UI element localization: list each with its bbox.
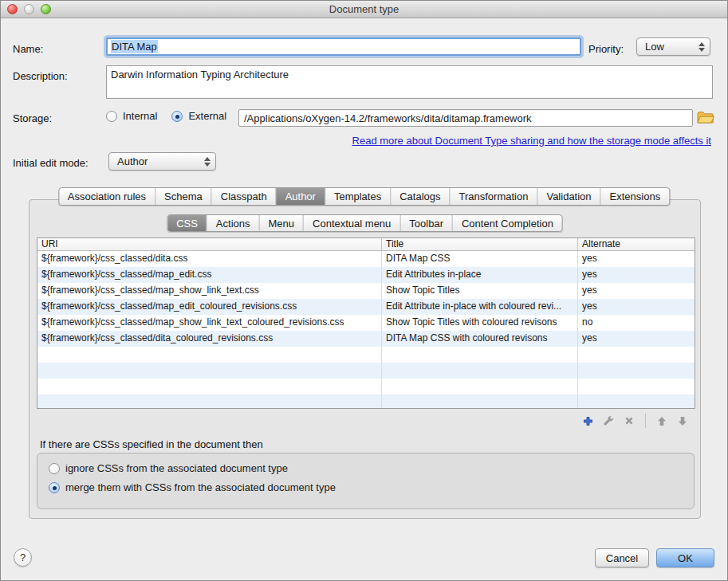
column-header-title[interactable]: Title: [382, 238, 578, 250]
table-row[interactable]: ${framework}/css_classed/dita.cssDITA Ma…: [37, 251, 695, 267]
cell-alternate: no: [578, 315, 695, 331]
table-row[interactable]: ${framework}/css_classed/dita_coloured_r…: [37, 331, 695, 347]
cell-uri: ${framework}/css_classed/map_show_link_t…: [37, 283, 382, 299]
css-option-radio-label: merge them with CSSs from the associated…: [65, 481, 336, 493]
cell-title: DITA Map CSS with coloured revisons: [382, 331, 578, 347]
priority-dropdown[interactable]: Low: [636, 37, 710, 56]
storage-radio-internal[interactable]: Internal: [106, 110, 157, 122]
cell-title: Edit Attribute in-place with coloured re…: [382, 299, 578, 315]
cell-alternate: yes: [578, 299, 695, 315]
move-down-button[interactable]: [676, 414, 689, 427]
title-bar[interactable]: Document type: [1, 1, 727, 18]
browse-folder-icon[interactable]: [697, 111, 714, 124]
tab-association-rules[interactable]: Association rules: [59, 188, 155, 205]
initial-edit-mode-dropdown[interactable]: Author: [108, 152, 216, 171]
window-title: Document type: [1, 3, 727, 15]
css-option-radio-merge-them-with-csss-from-the-associated[interactable]: merge them with CSSs from the associated…: [49, 481, 694, 493]
help-button[interactable]: ?: [14, 548, 32, 567]
css-options-heading: If there are CSSs specified in the docum…: [40, 438, 263, 450]
cell-title: [382, 347, 578, 363]
css-table-header: URITitleAlternate: [37, 238, 695, 251]
help-icon: ?: [20, 552, 26, 563]
cell-title: [382, 379, 578, 395]
add-css-button[interactable]: [581, 414, 594, 427]
subtab-css[interactable]: CSS: [167, 215, 207, 231]
cell-uri: ${framework}/css_classed/dita_coloured_r…: [37, 331, 382, 347]
initial-edit-mode-label: Initial edit mode:: [13, 157, 89, 169]
edit-css-button[interactable]: [602, 414, 615, 427]
cell-alternate: [578, 395, 695, 409]
radio-selected-icon: [49, 482, 60, 493]
tab-classpath[interactable]: Classpath: [212, 188, 277, 205]
close-window-icon[interactable]: [7, 4, 18, 14]
subtab-content-completion[interactable]: Content Completion: [453, 215, 562, 231]
subtab-menu[interactable]: Menu: [260, 215, 305, 231]
cell-title: [382, 395, 578, 409]
name-label: Name:: [13, 43, 43, 55]
cell-alternate: yes: [578, 267, 695, 283]
cell-uri: [37, 347, 382, 363]
storage-path-input[interactable]: /Applications/oXygen-14.2/frameworks/dit…: [238, 109, 693, 127]
cell-uri: [37, 379, 382, 395]
move-up-button[interactable]: [655, 414, 668, 427]
tab-catalogs[interactable]: Catalogs: [391, 188, 450, 205]
column-header-alternate[interactable]: Alternate: [578, 238, 695, 250]
document-type-dialog: Document type Name: DITA Map Priority: L…: [0, 0, 728, 581]
cell-alternate: [578, 347, 695, 363]
storage-label: Storage:: [13, 112, 52, 124]
stepper-icon: [204, 157, 211, 167]
cell-uri: ${framework}/css_classed/map_edit_colour…: [37, 299, 382, 315]
css-options-group: ignore CSSs from the associated document…: [37, 453, 695, 509]
name-value-selected-text: DITA Map: [111, 40, 158, 53]
cell-alternate: yes: [578, 251, 695, 267]
cell-uri: [37, 363, 382, 379]
cell-title: Edit Attributes in-place: [382, 267, 578, 283]
cell-title: DITA Map CSS: [382, 251, 578, 267]
subtab-toolbar[interactable]: Toolbar: [400, 215, 453, 231]
css-option-radio-label: ignore CSSs from the associated document…: [65, 462, 288, 474]
cell-title: Show Topic Titles: [382, 283, 578, 299]
cell-alternate: yes: [578, 331, 695, 347]
column-header-uri[interactable]: URI: [37, 238, 382, 250]
storage-radio-external[interactable]: External: [171, 110, 226, 122]
storage-radio-label: Internal: [123, 110, 157, 122]
toolbar-separator: [645, 414, 646, 428]
radio-icon: [49, 463, 60, 474]
tab-author[interactable]: Author: [277, 188, 325, 205]
css-table: URITitleAlternate ${framework}/css_class…: [37, 238, 695, 409]
css-option-radio-ignore-csss-from-the-associated-document[interactable]: ignore CSSs from the associated document…: [49, 462, 694, 474]
tab-extensions[interactable]: Extensions: [601, 188, 670, 205]
author-tab-panel: CSSActionsMenuContextual menuToolbarCont…: [29, 199, 701, 519]
priority-value: Low: [645, 41, 664, 53]
cell-uri: ${framework}/css_classed/map_edit.css: [37, 267, 382, 283]
table-row[interactable]: ${framework}/css_classed/map_show_link_t…: [37, 283, 695, 299]
zoom-window-icon[interactable]: [41, 4, 51, 14]
priority-label: Priority:: [588, 43, 624, 55]
cell-uri: ${framework}/css_classed/map_show_link_t…: [37, 315, 382, 331]
main-tabs: Association rulesSchemaClasspathAuthorTe…: [58, 187, 670, 206]
table-row-empty: [37, 379, 695, 395]
cancel-button[interactable]: Cancel: [595, 548, 649, 567]
tab-transformation[interactable]: Transformation: [451, 188, 538, 205]
tab-validation[interactable]: Validation: [537, 188, 600, 205]
radio-icon: [106, 111, 117, 122]
description-input[interactable]: Darwin Information Typing Architecture: [106, 65, 713, 99]
table-row-empty: [37, 395, 695, 409]
tab-schema[interactable]: Schema: [155, 188, 212, 205]
delete-css-button[interactable]: [623, 414, 636, 427]
minimize-window-icon[interactable]: [24, 4, 34, 14]
name-input[interactable]: DITA Map: [106, 37, 581, 56]
css-table-toolbar: [581, 414, 689, 428]
table-row[interactable]: ${framework}/css_classed/map_show_link_t…: [37, 315, 695, 331]
table-row[interactable]: ${framework}/css_classed/map_edit.cssEdi…: [37, 267, 695, 283]
cell-uri: ${framework}/css_classed/dita.css: [37, 251, 382, 267]
ok-button[interactable]: OK: [656, 548, 714, 567]
table-row[interactable]: ${framework}/css_classed/map_edit_colour…: [37, 299, 695, 315]
tab-templates[interactable]: Templates: [325, 188, 391, 205]
read-more-link[interactable]: Read more about Document Type sharing an…: [352, 135, 711, 147]
description-label: Description:: [13, 70, 68, 82]
cell-title: [382, 363, 578, 379]
subtab-contextual-menu[interactable]: Contextual menu: [304, 215, 400, 231]
subtab-actions[interactable]: Actions: [207, 215, 260, 231]
cell-title: Show Topic Titles with coloured revisons: [382, 315, 578, 331]
